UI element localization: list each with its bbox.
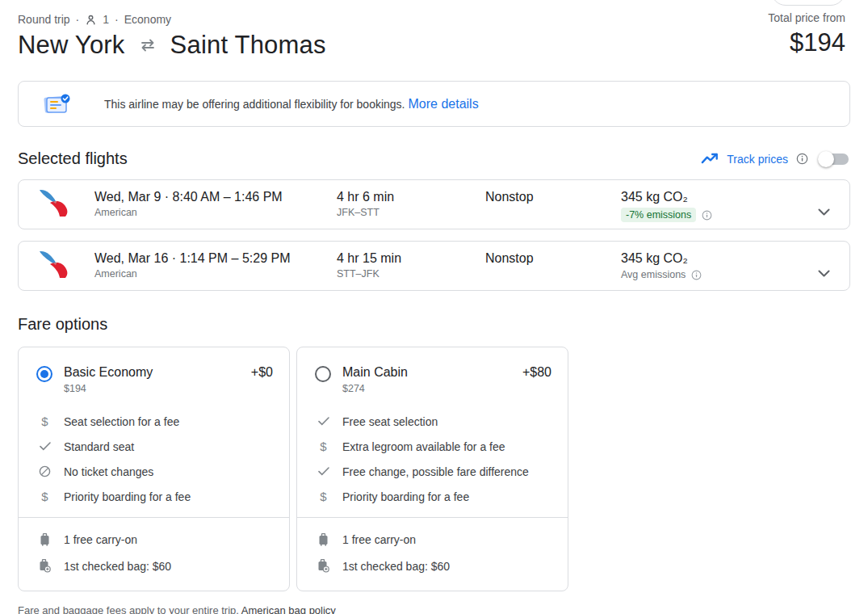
fare-name: Main Cabin: [342, 365, 408, 380]
fare-price: $274: [342, 383, 408, 394]
baggage-item: 1st checked bag: $60: [38, 553, 273, 579]
fare-features: Free seat selection $ Extra legroom avai…: [297, 404, 568, 517]
flight-duration: 4 hr 15 min: [337, 250, 485, 266]
fare-options-title: Fare options: [18, 315, 107, 334]
bag-policy-link[interactable]: American bag policy: [241, 604, 336, 614]
chevron-down-icon[interactable]: [818, 208, 830, 217]
passenger-count: 1: [103, 13, 109, 26]
flight-row-outbound[interactable]: Wed, Mar 9 · 8:40 AM – 1:46 PM American …: [18, 179, 850, 229]
feature-text: Extra legroom available for a fee: [342, 440, 505, 453]
destination-city: Saint Thomas: [170, 31, 326, 60]
flight-row-return[interactable]: Wed, Mar 16 · 1:14 PM – 5:29 PM American…: [18, 241, 850, 291]
feature-item: Free change, possible fare difference: [317, 459, 551, 484]
emissions-label: Avg emissions: [621, 269, 686, 280]
track-prices-controls: Track prices: [701, 153, 849, 166]
feature-text: No ticket changes: [64, 465, 153, 478]
flight-duration-cell: 4 hr 6 min JFK–STT: [337, 189, 485, 218]
track-prices-toggle[interactable]: [821, 154, 849, 165]
dollar-icon: $: [38, 414, 52, 428]
separator: ·: [115, 13, 119, 26]
toggle-knob: [818, 151, 834, 167]
flight-duration-cell: 4 hr 15 min STT–JFK: [337, 250, 485, 280]
flight-duration: 4 hr 6 min: [337, 189, 485, 204]
fare-name: Basic Economy: [64, 365, 153, 380]
selected-flights-header: Selected flights Track prices: [18, 149, 850, 168]
carry-on-bag-icon: [317, 533, 330, 546]
fare-features: $ Seat selection for a fee Standard seat…: [19, 404, 289, 517]
trip-meta: Round trip · 1 · Economy: [18, 13, 850, 26]
flight-route: JFK–STT: [337, 207, 485, 218]
info-icon[interactable]: [691, 270, 702, 280]
flight-datetime-cell: Wed, Mar 9 · 8:40 AM – 1:46 PM American: [94, 189, 337, 218]
chevron-down-icon[interactable]: [818, 270, 830, 278]
fare-card-basic-economy: Basic Economy $194 +$0 $ Seat selection …: [18, 347, 290, 591]
radio-unselected[interactable]: [315, 366, 331, 382]
co2-amount: 345 kg CO₂: [621, 189, 798, 204]
share-button[interactable]: [771, 0, 845, 6]
feature-text: Free seat selection: [342, 415, 438, 428]
feature-text: Priority boarding for a fee: [64, 490, 191, 503]
feature-item: $ Priority boarding for a fee: [38, 484, 273, 509]
fare-card-main-cabin: Main Cabin $274 +$80 Free seat selection…: [296, 347, 568, 591]
co2-amount: 345 kg CO₂: [621, 250, 798, 266]
check-icon: [317, 467, 330, 476]
flight-booking-page: Round trip · 1 · Economy New York Saint …: [0, 0, 868, 614]
flight-stops: Nonstop: [485, 250, 621, 266]
feature-item: $ Priority boarding for a fee: [317, 484, 551, 509]
radio-selected[interactable]: [36, 366, 52, 382]
fare-select-main-cabin[interactable]: Main Cabin $274 +$80: [297, 347, 568, 404]
cabin-class-label: Economy: [124, 13, 171, 26]
feature-item: $ Extra legroom available for a fee: [317, 434, 551, 459]
flight-stops: Nonstop: [485, 189, 621, 204]
total-price-value: $194: [768, 28, 845, 57]
feature-item: Free seat selection: [317, 409, 551, 434]
american-airlines-logo: [19, 249, 94, 286]
fare-delta: +$80: [522, 365, 551, 380]
disclaimer-text: Fare and baggage fees apply to your enti…: [18, 604, 239, 614]
fare-options-header: Fare options: [18, 315, 850, 334]
airline-name: American: [94, 268, 337, 280]
fare-delta: +$0: [251, 365, 273, 380]
feature-text: Seat selection for a fee: [64, 415, 179, 428]
more-details-link[interactable]: More details: [409, 97, 479, 111]
total-price-block: Total price from $194: [768, 11, 845, 57]
baggage-info: 1 free carry-on 1st checked bag: $60: [297, 517, 568, 591]
dollar-icon: $: [317, 439, 330, 453]
checked-bag-icon: [38, 559, 52, 573]
track-prices-label[interactable]: Track prices: [727, 153, 788, 166]
feature-item: Standard seat: [38, 434, 273, 459]
flight-route: STT–JFK: [337, 268, 485, 280]
fare-select-basic-economy[interactable]: Basic Economy $194 +$0: [19, 347, 289, 404]
trending-line-icon: [701, 153, 719, 165]
banner-message: This airline may be offering additional …: [104, 98, 405, 111]
fare-price: $194: [64, 383, 153, 394]
flight-emissions-cell: 345 kg CO₂ -7% emissions: [621, 189, 798, 222]
flexible-booking-icon: [41, 91, 73, 117]
flight-datetime: Wed, Mar 16 · 1:14 PM – 5:29 PM: [94, 250, 337, 266]
flight-datetime: Wed, Mar 9 · 8:40 AM – 1:46 PM: [94, 189, 337, 204]
feature-item: No ticket changes: [38, 459, 273, 484]
emissions-badge: -7% emissions: [621, 208, 696, 222]
check-icon: [317, 417, 330, 426]
dollar-icon: $: [38, 490, 52, 503]
trip-header: Round trip · 1 · Economy New York Saint …: [18, 0, 850, 60]
block-icon: [38, 465, 52, 477]
carry-on-bag-icon: [38, 533, 52, 546]
baggage-text: 1st checked bag: $60: [342, 560, 450, 573]
baggage-text: 1 free carry-on: [64, 533, 137, 546]
feature-item: $ Seat selection for a fee: [38, 409, 273, 434]
checked-bag-icon: [317, 559, 330, 573]
baggage-item: 1 free carry-on: [38, 526, 273, 553]
swap-arrows-icon: [138, 38, 157, 53]
passenger-icon: [85, 14, 97, 26]
baggage-item: 1st checked bag: $60: [317, 553, 551, 579]
route-title: New York Saint Thomas: [18, 31, 850, 60]
dollar-icon: $: [317, 490, 330, 503]
info-icon[interactable]: [702, 210, 712, 221]
origin-city: New York: [18, 31, 125, 60]
check-icon: [38, 442, 52, 451]
fare-disclaimer: Fare and baggage fees apply to your enti…: [18, 604, 850, 614]
baggage-info: 1 free carry-on 1st checked bag: $60: [19, 517, 289, 591]
info-icon[interactable]: [796, 153, 808, 165]
trip-type-label: Round trip: [18, 13, 70, 26]
